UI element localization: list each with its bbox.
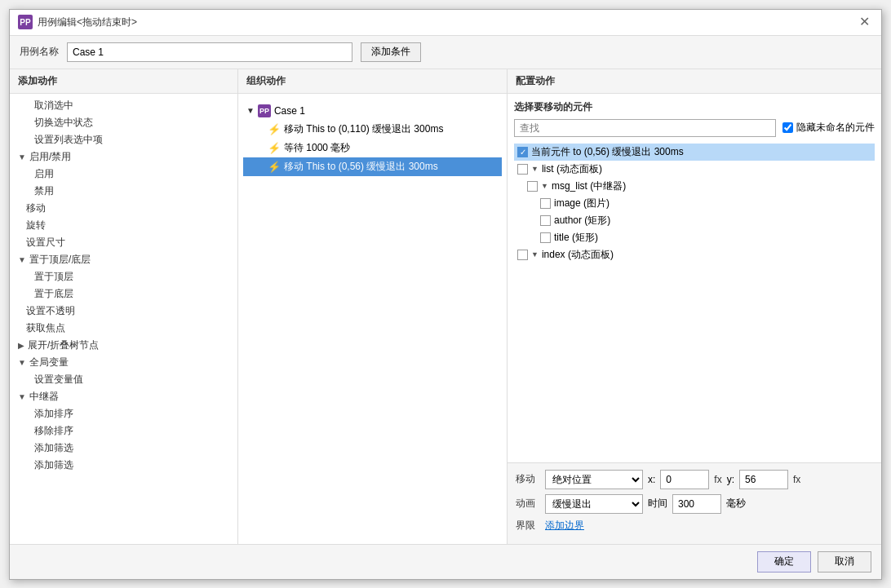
main-dialog: PP 用例编辑<拖动结束时> ✕ 用例名称 添加条件 添加动作 取消选中 切换选… <box>9 9 882 580</box>
action-toggle-select[interactable]: 切换选中状态 <box>10 114 237 131</box>
main-area: 添加动作 取消选中 切换选中状态 设置列表选中项 ▼ 启用/禁用 启用 禁用 移… <box>10 69 881 544</box>
elem-current-label: 当前元件 to (0,56) 缓慢退出 300ms <box>531 145 684 159</box>
left-scroll-area[interactable]: 取消选中 切换选中状态 设置列表选中项 ▼ 启用/禁用 启用 禁用 移动 旋转 … <box>10 94 237 544</box>
anim-label: 动画 <box>516 497 540 511</box>
title-bar-left: PP 用例编辑<拖动结束时> <box>18 15 137 29</box>
action-row-2[interactable]: ⚡ 等待 1000 毫秒 <box>243 139 502 157</box>
config-section-title: 选择要移动的元件 <box>514 100 875 114</box>
right-panel: 配置动作 选择要移动的元件 隐藏未命名的元件 ✓ 当前元件 to (0,56) … <box>508 69 881 544</box>
dialog-title: 用例编辑<拖动结束时> <box>38 15 137 29</box>
lightning-icon-1: ⚡ <box>268 123 281 135</box>
case-expand-triangle: ▼ <box>246 106 255 115</box>
x-label: x: <box>648 474 655 485</box>
element-tree: ✓ 当前元件 to (0,56) 缓慢退出 300ms ▼ list (动态面板… <box>514 144 875 263</box>
action-enable[interactable]: 启用 <box>10 166 237 183</box>
action-row-3[interactable]: ⚡ 移动 This to (0,56) 缓慢退出 300ms <box>243 157 502 176</box>
elem-list[interactable]: ▼ list (动态面板) <box>514 161 875 178</box>
action-set-opacity[interactable]: 设置不透明 <box>10 303 237 320</box>
border-label: 界限 <box>516 519 540 533</box>
group-label-layer: 置于顶层/底层 <box>29 253 91 267</box>
action-row-1[interactable]: ⚡ 移动 This to (0,110) 缓慢退出 300ms <box>243 120 502 139</box>
elem-title[interactable]: title (矩形) <box>514 229 875 246</box>
action-add-filter[interactable]: 添加筛选 <box>10 440 237 457</box>
action-disable[interactable]: 禁用 <box>10 183 237 200</box>
search-filter-row: 隐藏未命名的元件 <box>514 119 875 137</box>
move-config-row: 移动 绝对位置 x: fx y: fx <box>516 470 873 489</box>
elem-image[interactable]: image (图片) <box>514 195 875 212</box>
elem-title-checkbox[interactable] <box>540 232 551 243</box>
case-name-input[interactable] <box>67 42 352 62</box>
elem-image-checkbox[interactable] <box>540 198 551 209</box>
expand-arrow-layer: ▼ <box>18 255 26 264</box>
case-name-label: 用例名称 <box>20 45 59 59</box>
case-root-row[interactable]: ▼ PP Case 1 <box>243 102 502 120</box>
action-set-size[interactable]: 设置尺寸 <box>10 234 237 251</box>
close-button[interactable]: ✕ <box>856 15 873 29</box>
expand-arrow-tree: ▶ <box>18 341 24 350</box>
action-set-list-select[interactable]: 设置列表选中项 <box>10 131 237 148</box>
action-to-top[interactable]: 置于顶层 <box>10 268 237 285</box>
add-border-link[interactable]: 添加边界 <box>545 519 584 533</box>
elem-current[interactable]: ✓ 当前元件 to (0,56) 缓慢退出 300ms <box>514 144 875 161</box>
action-focus[interactable]: 获取焦点 <box>10 320 237 337</box>
action-rotate[interactable]: 旋转 <box>10 217 237 234</box>
ok-button[interactable]: 确定 <box>757 551 811 573</box>
elem-index-checkbox[interactable] <box>517 250 528 260</box>
fx-label-2: fx <box>793 474 800 485</box>
group-label-enable-disable: 启用/禁用 <box>29 150 71 164</box>
action-label-1: 移动 This to (0,110) 缓慢退出 300ms <box>284 122 443 136</box>
middle-content[interactable]: ▼ PP Case 1 ⚡ 移动 This to (0,110) 缓慢退出 30… <box>238 94 507 544</box>
elem-list-checkbox[interactable] <box>517 164 528 175</box>
hide-unnamed-label[interactable]: 隐藏未命名的元件 <box>782 121 875 135</box>
cancel-button[interactable]: 取消 <box>818 551 871 573</box>
action-cancel-select[interactable]: 取消选中 <box>10 97 237 114</box>
elem-author-checkbox[interactable] <box>540 215 551 226</box>
action-remove-sort[interactable]: 移除排序 <box>10 422 237 440</box>
elem-list-label: list (动态面板) <box>542 162 602 176</box>
elem-image-label: image (图片) <box>554 197 610 210</box>
search-input[interactable] <box>514 119 776 137</box>
bottom-config: 移动 绝对位置 x: fx y: fx 动画 缓慢退出 时间 <box>508 462 881 544</box>
middle-panel-header: 组织动作 <box>238 69 507 94</box>
elem-msg-list-checkbox[interactable] <box>527 181 538 192</box>
lightning-icon-2: ⚡ <box>268 142 281 154</box>
y-value-input[interactable] <box>739 470 788 489</box>
lightning-icon-3: ⚡ <box>268 161 281 173</box>
hide-unnamed-checkbox[interactable] <box>782 122 793 133</box>
left-panel-content: 取消选中 切换选中状态 设置列表选中项 ▼ 启用/禁用 启用 禁用 移动 旋转 … <box>10 94 237 544</box>
border-config-row: 界限 添加边界 <box>516 519 873 533</box>
action-to-bottom[interactable]: 置于底层 <box>10 285 237 303</box>
action-move[interactable]: 移动 <box>10 200 237 217</box>
group-label-relay: 中继器 <box>29 390 59 404</box>
action-remove-filter[interactable]: 添加筛选 <box>10 457 237 474</box>
x-value-input[interactable] <box>660 470 709 489</box>
action-label-2: 等待 1000 毫秒 <box>284 141 350 155</box>
group-enable-disable[interactable]: ▼ 启用/禁用 <box>10 148 237 166</box>
top-bar: 用例名称 添加条件 <box>10 36 881 69</box>
elem-author-label: author (矩形) <box>554 214 610 228</box>
elem-author[interactable]: author (矩形) <box>514 212 875 229</box>
elem-current-checkbox[interactable]: ✓ <box>517 147 528 157</box>
action-expand-tree[interactable]: ▶ 展开/折叠树节点 <box>10 337 237 354</box>
elem-msg-list-triangle: ▼ <box>541 182 548 190</box>
action-set-var[interactable]: 设置变量值 <box>10 371 237 388</box>
group-set-layer[interactable]: ▼ 置于顶层/底层 <box>10 251 237 268</box>
group-relay[interactable]: ▼ 中继器 <box>10 388 237 405</box>
elem-msg-list[interactable]: ▼ msg_list (中继器) <box>514 178 875 195</box>
group-global-var[interactable]: ▼ 全局变量 <box>10 354 237 371</box>
case-label: Case 1 <box>274 105 305 117</box>
app-icon: PP <box>18 15 33 29</box>
case-icon: PP <box>258 104 271 117</box>
fx-label-1: fx <box>714 474 721 485</box>
group-label-global-var: 全局变量 <box>29 356 69 369</box>
time-value-input[interactable] <box>672 494 721 514</box>
move-type-select[interactable]: 绝对位置 <box>545 470 643 489</box>
ms-label: 毫秒 <box>726 497 746 511</box>
time-label: 时间 <box>648 497 667 511</box>
hide-unnamed-text: 隐藏未命名的元件 <box>796 121 875 135</box>
elem-title-label: title (矩形) <box>554 231 598 245</box>
anim-type-select[interactable]: 缓慢退出 <box>545 494 643 514</box>
action-add-sort[interactable]: 添加排序 <box>10 405 237 422</box>
elem-index[interactable]: ▼ index (动态面板) <box>514 246 875 263</box>
add-condition-button[interactable]: 添加条件 <box>361 42 421 62</box>
